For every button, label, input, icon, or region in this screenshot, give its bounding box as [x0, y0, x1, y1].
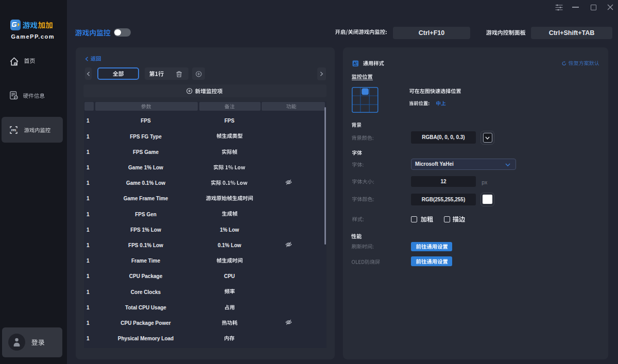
svg-text:FPS: FPS	[11, 129, 16, 132]
